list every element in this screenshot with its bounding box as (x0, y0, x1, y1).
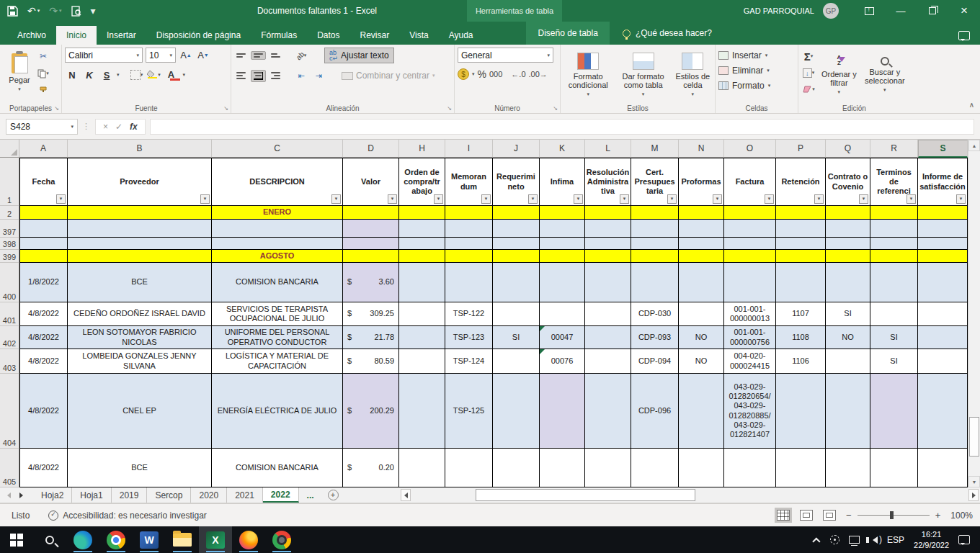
row-header-402[interactable]: 402 (0, 326, 19, 349)
filter-dropdown-icon[interactable]: ▼ (388, 194, 397, 204)
normal-view-icon[interactable] (777, 510, 790, 521)
column-header-Q[interactable]: Q (826, 140, 870, 158)
cell-D397[interactable] (343, 220, 399, 238)
insert-function-icon[interactable]: fx (130, 122, 138, 132)
row-header-403[interactable]: 403 (0, 349, 19, 374)
cell-P402[interactable]: 1108 (776, 326, 826, 349)
cell-J401[interactable] (493, 302, 540, 326)
cell-D401[interactable]: $309.25 (343, 302, 399, 326)
cell-D2[interactable] (343, 206, 399, 220)
account-name[interactable]: GAD PARROQUIAL (744, 6, 814, 15)
filter-dropdown-icon[interactable]: ▼ (667, 194, 677, 204)
align-left-icon[interactable] (234, 71, 248, 81)
cell-L399[interactable] (585, 250, 631, 263)
cell-R399[interactable] (870, 250, 918, 263)
cell-C399[interactable]: AGOSTO (212, 250, 343, 263)
cell-H405[interactable] (399, 449, 445, 487)
header-cell-K[interactable]: Infima▼ (540, 158, 585, 206)
cell-H402[interactable] (399, 326, 445, 349)
save-icon[interactable] (7, 6, 18, 17)
cell-O398[interactable] (724, 238, 776, 250)
language-indicator[interactable]: ESP (887, 535, 904, 545)
cell-B401[interactable]: CEDEÑO ORDOÑEZ ISRAEL DAVID (68, 302, 212, 326)
cell-P404[interactable] (776, 374, 826, 449)
cell-Q398[interactable] (826, 238, 870, 250)
cell-O405[interactable] (724, 449, 776, 487)
cell-R405[interactable] (870, 449, 918, 487)
cell-R403[interactable]: SI (870, 349, 918, 374)
header-cell-N[interactable]: Proformas▼ (679, 158, 724, 206)
filter-dropdown-icon[interactable]: ▼ (528, 194, 538, 204)
cell-L404[interactable] (585, 374, 631, 449)
filter-dropdown-icon[interactable]: ▼ (765, 194, 774, 204)
cell-D403[interactable]: $80.59 (343, 349, 399, 374)
cell-M401[interactable]: CDP-030 (631, 302, 679, 326)
fill-button[interactable]: ↓▾ (801, 66, 816, 80)
cell-A403[interactable]: 4/8/2022 (19, 349, 68, 374)
merge-center-button[interactable]: Combinar y centrar▾ (339, 68, 438, 84)
find-select-button[interactable]: Buscar y seleccionar▾ (863, 48, 907, 102)
cell-S405[interactable] (918, 449, 968, 487)
close-button[interactable]: × (948, 0, 980, 22)
cell-N404[interactable] (679, 374, 724, 449)
cell-L398[interactable] (585, 238, 631, 250)
cell-H404[interactable] (399, 374, 445, 449)
cell-S401[interactable] (918, 302, 968, 326)
cell-D405[interactable]: $0.20 (343, 449, 399, 487)
cell-B404[interactable]: CNEL EP (68, 374, 212, 449)
cell-B398[interactable] (68, 238, 212, 250)
fill-color-icon[interactable]: ▾ (147, 68, 161, 82)
delete-cells-button[interactable]: Eliminar▾ (718, 63, 795, 78)
cell-N401[interactable] (679, 302, 724, 326)
cell-C403[interactable]: LOGÍSTICA Y MATERIAL DE CAPACITACIÓN (212, 349, 343, 374)
cell-A402[interactable]: 4/8/2022 (19, 326, 68, 349)
copy-icon[interactable]: ▾ (36, 66, 50, 81)
cell-P400[interactable] (776, 263, 826, 302)
column-header-S[interactable]: S (918, 140, 968, 158)
sheet-tab-2019[interactable]: 2019 (112, 487, 148, 503)
cell-K402[interactable]: 00047 (540, 326, 585, 349)
cell-M403[interactable]: CDP-094 (631, 349, 679, 374)
cell-H2[interactable] (399, 206, 445, 220)
cell-Q403[interactable] (826, 349, 870, 374)
cell-S403[interactable] (918, 349, 968, 374)
column-header-K[interactable]: K (540, 140, 585, 158)
header-cell-H[interactable]: Orden de compra/tr abajo▼ (399, 158, 445, 206)
cell-A397[interactable] (19, 220, 68, 238)
cell-J398[interactable] (493, 238, 540, 250)
cell-B399[interactable] (68, 250, 212, 263)
cell-J400[interactable] (493, 263, 540, 302)
cell-Q405[interactable] (826, 449, 870, 487)
comment-icon[interactable] (958, 31, 970, 40)
row-header-399[interactable]: 399 (0, 250, 19, 263)
cell-J2[interactable] (493, 206, 540, 220)
cell-Q404[interactable] (826, 374, 870, 449)
cell-C404[interactable]: ENERGÍA ELÉCTRICA DE JULIO (212, 374, 343, 449)
column-header-I[interactable]: I (445, 140, 493, 158)
cell-K2[interactable] (540, 206, 585, 220)
select-all-corner[interactable] (0, 140, 19, 158)
cell-K403[interactable]: 00076 (540, 349, 585, 374)
network-icon[interactable] (849, 536, 860, 544)
paste-button[interactable]: Pegar▾ (3, 48, 36, 98)
decrease-font-icon[interactable]: A▼ (196, 48, 210, 63)
cell-C2[interactable]: ENERO (212, 206, 343, 220)
horizontal-scroll-thumb[interactable] (476, 489, 695, 501)
cell-S400[interactable] (918, 263, 968, 302)
cell-A401[interactable]: 4/8/2022 (19, 302, 68, 326)
underline-button[interactable]: S (99, 68, 114, 82)
cell-S2[interactable] (918, 206, 968, 220)
header-cell-C[interactable]: DESCRIPCION▼ (212, 158, 343, 206)
cell-O403[interactable]: 004-020-000024415 (724, 349, 776, 374)
format-cells-button[interactable]: Formato▾ (718, 78, 795, 93)
cell-A400[interactable]: 1/8/2022 (19, 263, 68, 302)
align-right-icon[interactable] (269, 71, 282, 81)
cell-I404[interactable]: TSP-125 (445, 374, 493, 449)
cell-R404[interactable] (870, 374, 918, 449)
header-cell-D[interactable]: Valor▼ (343, 158, 399, 206)
cell-I403[interactable]: TSP-124 (445, 349, 493, 374)
currency-format-icon[interactable]: $ (458, 68, 469, 80)
cell-H397[interactable] (399, 220, 445, 238)
font-dialog-launcher[interactable]: ↘ (223, 105, 228, 112)
italic-button[interactable]: K (82, 68, 97, 82)
